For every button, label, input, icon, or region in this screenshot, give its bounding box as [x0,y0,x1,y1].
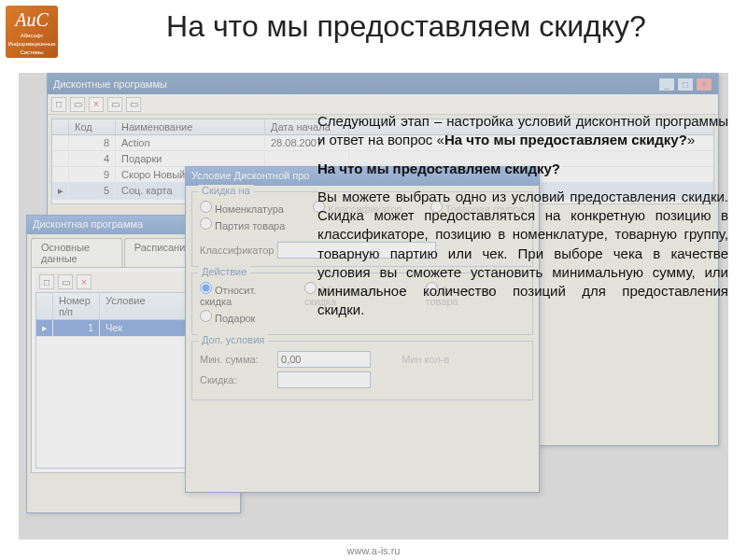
radio-nomenclature[interactable]: Номенклатура [200,201,285,215]
maximize-button[interactable]: □ [677,77,694,91]
group-extra-title: Доп. условия [198,334,268,345]
slide-title: На что мы предоставляем скидку? [84,9,728,44]
copy-icon[interactable]: ▭ [107,97,122,112]
min-count-label: Мин кол-в [402,354,449,365]
min-sum-input[interactable] [277,351,371,368]
col-code[interactable]: Код [69,119,116,134]
discount-label: Скидка: [200,374,275,385]
explain-body: Вы можете выбрать одно из условий предос… [317,188,728,320]
main-window-title: Дисконтные программы [53,78,167,90]
radio-gift[interactable]: Подарок [200,310,286,324]
minimize-button[interactable]: _ [658,77,675,91]
grid-handle-col [52,119,69,134]
discount-input[interactable] [277,371,371,388]
new-icon[interactable]: □ [51,97,66,112]
close-button[interactable]: × [696,77,712,91]
new-icon[interactable]: □ [39,274,54,289]
open-icon[interactable]: ▭ [70,97,85,112]
radio-batch[interactable]: Партия товара [200,217,285,231]
delete-icon[interactable]: × [77,274,92,289]
group-discount-on-title: Скидка на [198,185,254,196]
logo: АиС Абисофт Информационные Системы [6,6,58,58]
min-sum-label: Мин. сумма: [200,354,275,365]
delete-icon[interactable]: × [89,97,104,112]
classifier-label: Классификатор [200,245,275,256]
print-icon[interactable]: ▭ [126,97,141,112]
col-name[interactable]: Наименование [116,119,265,134]
col-num[interactable]: Номер п/п [53,293,100,319]
group-action-title: Действие [198,266,250,277]
explain-heading: На что мы предоставляем скидку? [317,161,560,176]
group-extra-conditions: Доп. условия Мин. сумма: Мин кол-в Скидк… [191,341,533,400]
main-titlebar[interactable]: Дисконтные программы _ □ × [48,74,718,94]
radio-relative-discount[interactable]: Относит. скидка [200,282,286,307]
open-icon[interactable]: ▭ [58,274,73,289]
explanation-text: Следующий этап – настройка условий диско… [317,112,728,329]
tab-main-data[interactable]: Основные данные [31,238,122,267]
footer-link: www.a-is.ru [0,545,747,556]
logo-text: АиС [6,9,58,31]
